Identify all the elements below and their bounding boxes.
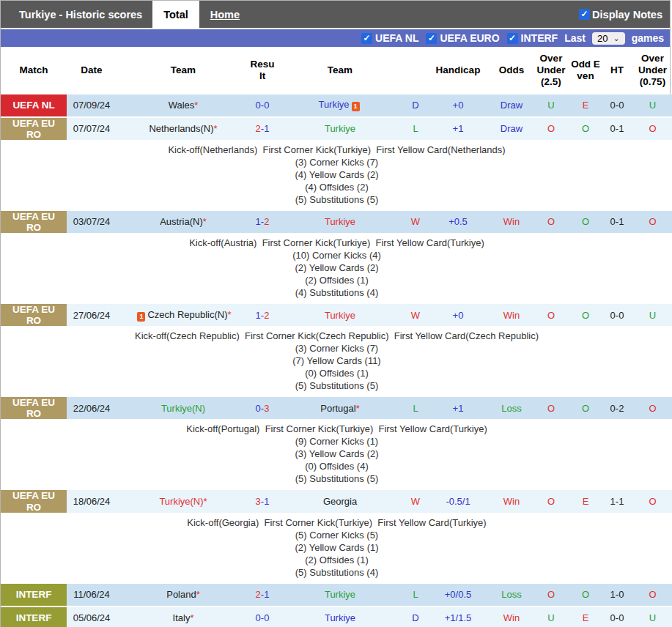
team-name: Wales [169, 100, 195, 111]
team-name: Turkiye [318, 99, 349, 110]
ht-cell: 0-0 [602, 606, 632, 627]
detail-stat-line: (0) Offsides (4) [1, 460, 672, 472]
handicap-cell: +0/0.5 [426, 584, 490, 606]
league-filters: ✓UEFA NL✓UEFA EURO✓INTERF [361, 32, 558, 44]
team-name: Czech Republic(N) [147, 309, 227, 320]
ht-cell: 0-0 [602, 94, 632, 117]
match-detail-cell: Kick-off(Portugal) First Corner Kick(Tur… [1, 420, 672, 490]
score-cell: 2-1 [250, 584, 275, 606]
odds-cell: Loss [490, 584, 533, 606]
display-notes-checkbox[interactable]: ✓ [579, 9, 590, 20]
page-title: Turkiye - Historic scores [1, 1, 152, 28]
detail-stat-line: (0) Offsides (1) [1, 367, 672, 379]
filter-interf: ✓INTERF [507, 32, 558, 44]
match-detail-row: Kick-off(Georgia) First Corner Kick(Turk… [1, 513, 672, 584]
team-name: Turkiye(N) [161, 403, 205, 414]
over-under-075-cell: U [632, 304, 672, 327]
away-score: 2 [264, 310, 269, 321]
team-cell-home: Poland* [117, 584, 250, 606]
team-cell-away: Turkiye [275, 211, 405, 234]
filter-label-uefa-euro: UEFA EURO [440, 32, 499, 44]
team-cell-away: Georgia [275, 490, 405, 513]
detail-stat-line: (2) Yellow Cards (1) [1, 541, 672, 554]
col-header-handicap: Handicap [426, 47, 490, 94]
detail-header-line: Kick-off(Portugal) First Corner Kick(Tur… [1, 423, 672, 435]
odd-even-cell: E [569, 606, 602, 627]
team-cell-away: Turkiye [275, 606, 405, 627]
away-score: 1 [264, 589, 269, 600]
team-cell-away: Turkiye1 [275, 94, 405, 117]
over-under-25-cell: O [533, 584, 569, 606]
league-cell: INTERF [1, 606, 67, 627]
over-under-25-cell: O [533, 117, 569, 141]
over-under-25-cell: O [533, 397, 569, 420]
away-score: 1 [264, 123, 269, 134]
team-cell-home: Turkiye(N)* [117, 490, 250, 513]
team-cell-home: Netherlands(N)* [117, 117, 250, 141]
red-card-icon: 1 [137, 312, 145, 322]
match-row: UEFA EURO27/06/241Czech Republic(N)*1-2T… [1, 304, 672, 327]
tab-total[interactable]: Total [152, 1, 199, 28]
away-score: 2 [264, 216, 269, 227]
home-score: 3 [256, 496, 261, 507]
table-header-row: MatchDateTeamResultTeamHandicapOddsOver … [1, 47, 672, 94]
match-date: 07/09/24 [67, 94, 117, 117]
wld-cell: L [405, 117, 426, 141]
away-score: 0 [264, 100, 269, 111]
league-cell: UEFA EURO [1, 304, 67, 327]
filter-checkbox-uefa-nl[interactable]: ✓ [361, 33, 372, 44]
odds-cell: Draw [490, 94, 533, 117]
team-cell-away: Turkiye [275, 304, 405, 327]
wld-cell: W [405, 490, 426, 513]
odd-even-cell: O [569, 584, 602, 606]
games-count-select[interactable]: 20 ⌄ [592, 32, 625, 45]
historic-scores-widget: Turkiye - Historic scores Total Home ✓ D… [0, 0, 671, 627]
league-badge: UEFA EURO [1, 304, 67, 326]
ht-cell: 0-1 [602, 211, 632, 234]
ht-cell: 1-0 [602, 584, 632, 606]
detail-stat-line: (3) Corner Kicks (7) [1, 156, 672, 168]
col-header-ht: HT [602, 47, 632, 94]
detail-stat-line: (10) Corner Kicks (4) [1, 249, 672, 261]
handicap-cell: +1 [426, 117, 490, 141]
detail-header-line: Kick-off(Georgia) First Corner Kick(Turk… [1, 516, 672, 529]
team-name: Austria(N) [160, 216, 203, 227]
col-header-wld [405, 47, 426, 94]
col-header-odd-even: Odd Even [569, 47, 602, 94]
col-header-team: Team [117, 47, 250, 94]
home-score: 1 [256, 216, 261, 227]
wld-cell: L [405, 584, 426, 606]
filter-checkbox-interf[interactable]: ✓ [507, 33, 518, 44]
handicap-cell: +0.5 [426, 211, 490, 234]
tab-home[interactable]: Home [199, 1, 251, 28]
league-filter-bar: ✓UEFA NL✓UEFA EURO✓INTERF Last 20 ⌄ game… [1, 28, 670, 47]
over-under-25-cell: O [533, 304, 569, 327]
league-badge: UEFA EURO [1, 118, 67, 140]
match-row: UEFA NL07/09/24Wales*0-0Turkiye1D+0DrawU… [1, 94, 672, 117]
score-cell: 1-2 [250, 304, 275, 327]
team-cell-home: Wales* [117, 94, 250, 117]
display-notes-label: Display Notes [592, 9, 662, 21]
odd-even-cell: O [569, 397, 602, 420]
team-name: Turkiye [325, 216, 355, 227]
handicap-cell: +1/1.5 [426, 606, 490, 627]
filter-label-uefa-nl: UEFA NL [375, 32, 418, 44]
league-badge: INTERF [1, 607, 67, 627]
league-badge: INTERF [1, 584, 67, 606]
games-count-value: 20 [597, 33, 608, 44]
home-team-star: * [214, 123, 218, 134]
match-detail-row: Kick-off(Portugal) First Corner Kick(Tur… [1, 420, 672, 490]
odd-even-cell: E [569, 94, 602, 117]
filter-checkbox-uefa-euro[interactable]: ✓ [426, 33, 437, 44]
league-badge: UEFA NL [1, 94, 67, 116]
match-detail-row: Kick-off(Austria) First Corner Kick(Turk… [1, 234, 672, 304]
match-row: UEFA EURO18/06/24Turkiye(N)*3-1GeorgiaW-… [1, 490, 672, 513]
league-cell: INTERF [1, 584, 67, 606]
over-under-075-cell: O [632, 397, 672, 420]
wld-cell: W [405, 304, 426, 327]
score-cell: 2-1 [250, 117, 275, 141]
over-under-075-cell: U [632, 94, 672, 117]
over-under-075-cell: O [632, 211, 672, 234]
home-score: 2 [256, 589, 261, 600]
display-notes-group: ✓ Display Notes [579, 1, 670, 28]
